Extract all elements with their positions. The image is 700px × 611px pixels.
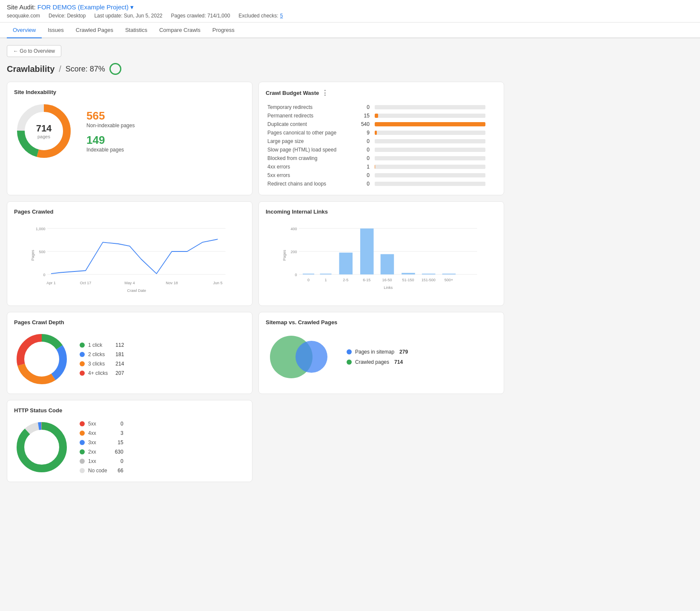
score-circle-icon <box>109 63 121 75</box>
svg-text:1,000: 1,000 <box>36 227 46 231</box>
svg-text:400: 400 <box>290 227 297 231</box>
back-to-overview-button[interactable]: ← Go to Overview <box>7 45 61 57</box>
budget-row-bar <box>373 154 497 163</box>
sitemap-color-dot <box>347 349 352 354</box>
svg-rect-22 <box>303 274 314 274</box>
sitemap-content: Pages in sitemap 279 Crawled pages 714 <box>266 331 497 383</box>
sitemap-circle <box>295 341 327 373</box>
http-legend-item: 1xx 0 <box>80 458 123 464</box>
budget-row-value: 15 <box>358 111 373 120</box>
legend-dot <box>80 361 85 366</box>
svg-text:Pages: Pages <box>31 250 35 261</box>
budget-row-label: Large page size <box>266 137 358 146</box>
depth-legend-item: 2 clicks 181 <box>80 351 124 357</box>
budget-row-label: 4xx errors <box>266 163 358 171</box>
svg-text:151-500: 151-500 <box>422 278 436 282</box>
tab-crawled-pages[interactable]: Crawled Pages <box>70 23 119 38</box>
svg-text:0: 0 <box>43 273 45 277</box>
svg-text:1: 1 <box>324 278 327 282</box>
dropdown-icon[interactable]: ▾ <box>130 3 134 11</box>
budget-row-bar <box>373 180 497 188</box>
indexability-donut: 714 pages <box>14 101 74 161</box>
svg-text:Jun 5: Jun 5 <box>213 281 222 285</box>
budget-row-label: Blocked from crawling <box>266 154 358 163</box>
sitemap-vs-crawled-title: Sitemap vs. Crawled Pages <box>266 319 497 325</box>
dashboard-grid: Site Indexability 714 pages <box>7 82 504 482</box>
budget-row-bar <box>373 103 497 111</box>
budget-row-bar <box>373 163 497 171</box>
http-legend-dot <box>80 440 85 445</box>
nav-tabs: Overview Issues Crawled Pages Statistics… <box>0 23 700 38</box>
tab-progress[interactable]: Progress <box>207 23 241 38</box>
meta-info-bar: seoquake.com Device: Desktop Last update… <box>7 13 693 19</box>
sitemap-vs-crawled-card: Sitemap vs. Crawled Pages Pages in sitem… <box>258 312 504 394</box>
site-indexability-title: Site Indexability <box>14 89 245 95</box>
svg-text:2-5: 2-5 <box>343 278 348 282</box>
svg-rect-27 <box>402 273 415 274</box>
last-update: Last update: Sun, Jun 5, 2022 <box>94 13 162 19</box>
menu-icon[interactable]: ⋮ <box>321 89 328 97</box>
budget-row-value: 0 <box>358 171 373 180</box>
svg-text:Oct 17: Oct 17 <box>80 281 92 285</box>
depth-legend-item: 1 click 112 <box>80 342 124 348</box>
budget-row-bar <box>373 128 497 137</box>
http-legend: 5xx 0 4xx 3 3xx 15 2xx 630 1xx 0 No code… <box>80 421 123 474</box>
indexable-stat: 149 Indexable pages <box>86 134 135 153</box>
tab-issues[interactable]: Issues <box>42 23 70 38</box>
sitemap-legend-crawled: Crawled pages 714 <box>347 359 408 365</box>
incoming-links-chart: 400 200 0 <box>266 221 497 299</box>
http-legend-item: No code 66 <box>80 468 123 474</box>
http-legend-dot <box>80 459 85 464</box>
domain: seoquake.com <box>7 13 40 19</box>
legend-dot <box>80 343 85 348</box>
crawl-budget-waste-title: Crawl Budget Waste ⋮ <box>266 89 497 97</box>
budget-row-value: 9 <box>358 128 373 137</box>
svg-text:0: 0 <box>307 278 310 282</box>
crawled-color-dot <box>347 360 352 365</box>
pages-crawled-card: Pages Crawled 1,000 500 0 Apr 1 Oct 17 M… <box>7 201 252 306</box>
device: Device: Desktop <box>49 13 86 19</box>
svg-text:Crawl Date: Crawl Date <box>127 288 146 293</box>
svg-text:500: 500 <box>39 250 45 254</box>
donut-center: 714 pages <box>36 123 52 139</box>
excluded-count-link[interactable]: 5 <box>280 13 283 19</box>
http-donut <box>14 420 69 475</box>
pages-crawled: Pages crawled: 714/1,000 <box>171 13 230 19</box>
sitemap-legend-sitemap: Pages in sitemap 279 <box>347 349 408 355</box>
svg-text:Apr 1: Apr 1 <box>46 281 56 285</box>
crawled-count: 714 <box>394 359 403 365</box>
project-name-link[interactable]: FOR DEMOS (Example Project) <box>37 3 129 11</box>
tab-statistics[interactable]: Statistics <box>119 23 153 38</box>
svg-rect-29 <box>442 274 456 274</box>
svg-text:16-50: 16-50 <box>382 278 392 282</box>
incoming-internal-links-card: Incoming Internal Links 400 200 0 <box>258 201 504 306</box>
legend-dot <box>80 352 85 357</box>
http-legend-item: 5xx 0 <box>80 421 123 427</box>
svg-rect-25 <box>360 228 374 274</box>
index-stats: 565 Non-indexable pages 149 Indexable pa… <box>86 109 135 153</box>
http-legend-item: 3xx 15 <box>80 440 123 445</box>
budget-row-label: Duplicate content <box>266 120 358 128</box>
pages-crawl-depth-card: Pages Crawl Depth <box>7 312 252 394</box>
budget-row-value: 0 <box>358 103 373 111</box>
tab-compare-crawls[interactable]: Compare Crawls <box>153 23 207 38</box>
http-legend-dot <box>80 431 85 436</box>
svg-text:500+: 500+ <box>445 278 453 282</box>
pages-crawl-depth-title: Pages Crawl Depth <box>14 319 245 325</box>
budget-row-value: 1 <box>358 163 373 171</box>
budget-row-value: 0 <box>358 137 373 146</box>
http-legend-item: 2xx 630 <box>80 449 123 455</box>
depth-legend-item: 3 clicks 214 <box>80 361 124 367</box>
http-legend-item: 4xx 3 <box>80 430 123 436</box>
svg-text:200: 200 <box>290 250 297 254</box>
budget-row-bar <box>373 120 497 128</box>
budget-table: Temporary redirects 0 Permanent redirect… <box>266 103 497 188</box>
depth-content: 1 click 112 2 clicks 181 3 clicks 214 4+… <box>14 331 245 387</box>
http-legend-dot <box>80 449 85 454</box>
svg-text:May 4: May 4 <box>124 281 135 285</box>
svg-rect-26 <box>381 254 394 274</box>
svg-text:51-150: 51-150 <box>402 278 414 282</box>
excluded-checks: Excluded checks: 5 <box>238 13 283 19</box>
tab-overview[interactable]: Overview <box>7 23 42 38</box>
indexability-content: 714 pages 565 Non-indexable pages 149 In… <box>14 101 245 161</box>
